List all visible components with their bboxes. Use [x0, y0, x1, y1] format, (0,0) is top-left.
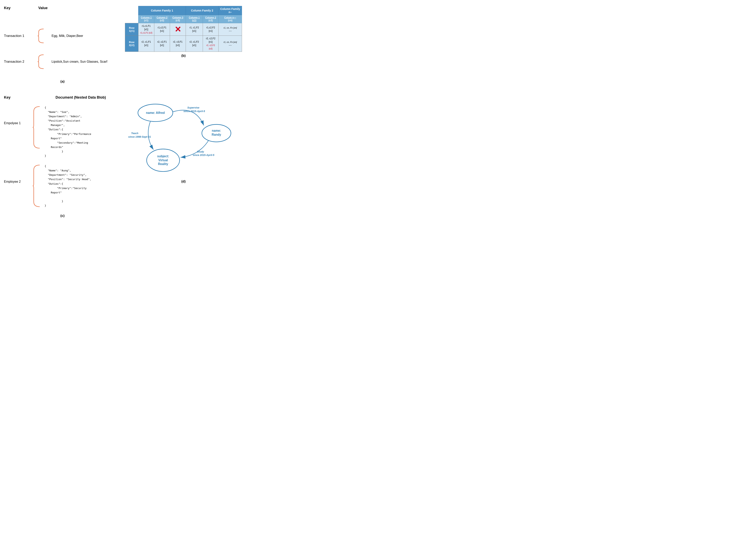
- edge-randy-vr-label2: since 2015-April-5: [193, 154, 215, 157]
- panel-d-figure-label: (d): [125, 180, 242, 183]
- node-vr-label-3: Reality: [158, 162, 168, 166]
- edge-randy-vr-label: Study: [197, 150, 204, 153]
- cf1-header: Column Family 1: [138, 6, 186, 15]
- table-row: Row 2(r2) r2, c1,F1 [v1] r2, c2,F1 [v1] …: [125, 36, 242, 52]
- edge-alfred-vr-label: Teach: [131, 132, 138, 135]
- panel-a-value-label: Value: [38, 6, 48, 10]
- panel-c-doc-label: Document (Nested Data Blob): [56, 95, 106, 100]
- node-randy-label-1: name:: [212, 129, 221, 132]
- row2-c5: r2, c2,F2 [v1] r2, c2,F2 [v2]: [203, 36, 219, 52]
- table-row: Row 1(r1) r1,c1,F1 [v1] r1,c1,F1 [v2] r1…: [125, 23, 242, 36]
- col2-header: Column 2(c2): [154, 15, 170, 23]
- column-family-table: Column Family 1 Column Family 2 Column F…: [125, 6, 242, 52]
- panel-c-key-label: Key: [4, 95, 32, 100]
- edge-alfred-vr-label2: since 1998-Sept-21: [128, 135, 151, 138]
- cfn-header: Column Family n–: [219, 6, 242, 15]
- col5-header: Column 2(c2): [203, 15, 219, 23]
- transaction-1-value: Egg, Milk, Diaper,Beer: [52, 34, 83, 38]
- row1-c3-x: ✕: [170, 23, 186, 36]
- node-alfred-label: name: Alfred: [146, 111, 165, 114]
- employee-1-row: Empolyee 1 { "Name": "Soe", "Department"…: [4, 106, 121, 158]
- row2-c4: r2, c1,F2 [v1]: [186, 36, 203, 52]
- node-vr-label-2: Virtual: [158, 158, 168, 162]
- row1-cn: r1, cn, Fn [vn]----: [219, 23, 242, 36]
- row2-c3: r2, c3,F1 [v1]: [170, 36, 186, 52]
- employee-1-doc: { "Name": "Soe", "Department": "Admin", …: [45, 106, 91, 158]
- row2-cn: r1, cn, Fn [vn]----: [219, 36, 242, 52]
- brace-1-icon: [36, 28, 48, 44]
- row1-key: Row 1(r1): [125, 23, 138, 36]
- node-vr-label-1: subject:: [157, 155, 169, 158]
- panel-b-figure-label: (b): [125, 54, 242, 58]
- panel-c-figure-label: (c): [4, 214, 121, 218]
- brace-2-icon: [36, 54, 48, 70]
- panel-b: Column Family 1 Column Family 2 Column F…: [125, 4, 242, 85]
- transaction-2-row: Transaction 2 Lipstick,Sun cream, Sun Gl…: [4, 54, 121, 70]
- row2-c2: r2, c2,F1 [v1]: [154, 36, 170, 52]
- x-mark-icon: ✕: [175, 25, 181, 34]
- col6-header: Colum n---(cn): [219, 15, 242, 23]
- brace-employee-2-icon: [32, 164, 42, 208]
- edge-alfred-randy-label: Supervise: [188, 106, 200, 109]
- row1-c4: r1, c1,F2 [v1]: [186, 23, 203, 36]
- graph-svg: Supervise since 2015-April-5 Teach since…: [125, 93, 242, 177]
- col3-header: Column 3(c3): [170, 15, 186, 23]
- transaction-2-value: Lipstick,Sun cream, Sun Glasses, Scarf: [52, 60, 107, 63]
- brace-employee-1-icon: [32, 106, 42, 149]
- panel-a-figure-label: (a): [4, 80, 121, 84]
- col4-header: Column 1 (c1): [186, 15, 203, 23]
- transaction-2-label: Transaction 2: [4, 60, 36, 64]
- node-randy-label-2: Randy: [212, 133, 221, 136]
- row1-c5: r1,c2,F2 [v1]: [203, 23, 219, 36]
- panel-a: Key Value Transaction 1 Egg, Milk, Diape…: [4, 4, 121, 85]
- employee-1-label: Empolyee 1: [4, 106, 32, 125]
- employee-2-row: Employee 2 { "Name": "Aung", "Department…: [4, 164, 121, 208]
- edge-alfred-randy-label2: since 2015-April-5: [184, 110, 205, 113]
- col1-header: Column 1(c1): [138, 15, 154, 23]
- transaction-1-row: Transaction 1 Egg, Milk, Diaper,Beer: [4, 28, 121, 44]
- row1-c2: r1,c2,F1 [v1]: [154, 23, 170, 36]
- panel-a-key-label: Key: [4, 6, 11, 20]
- row2-key: Row 2(r2): [125, 36, 138, 52]
- panel-c: Key Document (Nested Data Blob) Empolyee…: [4, 91, 121, 220]
- panel-d: Supervise since 2015-April-5 Teach since…: [125, 91, 242, 220]
- row2-c1: r2, c1,F1 [v1]: [138, 36, 154, 52]
- transaction-1-label: Transaction 1: [4, 34, 36, 38]
- row1-c1: r1,c1,F1 [v1] r1,c1,F1 [v2]: [138, 23, 154, 36]
- main-grid: Key Value Transaction 1 Egg, Milk, Diape…: [4, 4, 242, 220]
- cf2-header: Column Family 2: [186, 6, 219, 15]
- employee-2-label: Employee 2: [4, 164, 32, 183]
- employee-2-doc: { "Name": "Aung", "Department": "Securit…: [45, 164, 91, 208]
